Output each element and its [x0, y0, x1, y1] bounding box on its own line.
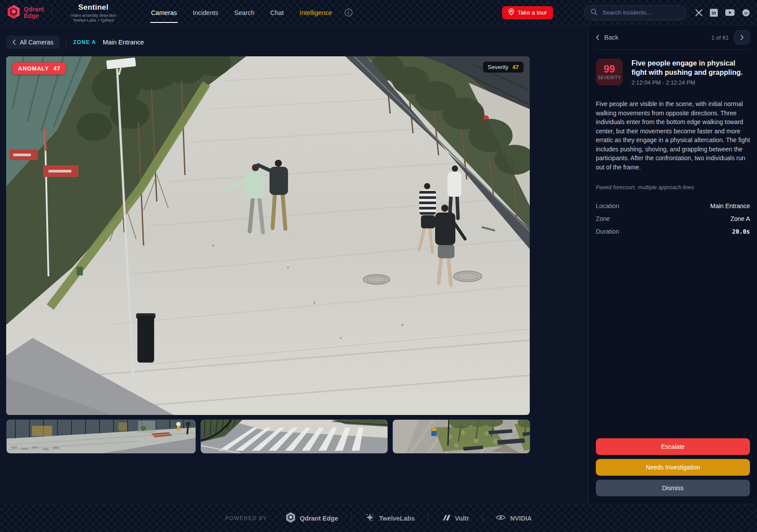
thumbnail-plaza-camera[interactable] [392, 419, 530, 454]
page-title: Sentinel [60, 3, 126, 12]
info-icon[interactable] [344, 8, 353, 17]
svg-text:in: in [712, 10, 716, 15]
tab-search[interactable]: Search [234, 0, 255, 25]
partner-vultr[interactable]: Vultr [442, 514, 469, 522]
tab-incidents[interactable]: Incidents [193, 0, 218, 25]
header-divider [52, 5, 52, 20]
map-pin-icon [508, 8, 514, 17]
vultr-logo-icon [442, 514, 451, 522]
chevron-left-icon [12, 40, 16, 45]
context-note: Paved forecourt, multiple approach lines [596, 184, 750, 191]
partner-qdrant-edge[interactable]: Qdrant Edge [286, 512, 338, 524]
breadcrumb: All Cameras ZONE A Main Entrance [6, 35, 582, 49]
github-icon[interactable] [742, 9, 750, 17]
incident-metadata: Location Main Entrance Zone Zone A Durat… [596, 199, 750, 238]
escalate-button[interactable]: Escalate [596, 438, 750, 455]
incident-panel: Back 1 of 61 99 SEVERITY Five people eng… [588, 26, 757, 504]
powered-by-label: POWERED BY [225, 515, 267, 521]
camera-name: Main Entrance [103, 39, 144, 46]
search-box [584, 5, 687, 20]
incident-panel-header: Back 1 of 61 [596, 26, 750, 50]
site-footer: POWERED BY Qdrant Edge TwelveLabs Vultr … [0, 504, 757, 532]
nvidia-logo-icon [496, 514, 506, 522]
meta-row-duration: Duration 20.0s [596, 225, 750, 238]
severity-badge: 99 SEVERITY [596, 59, 623, 85]
tab-chat[interactable]: Chat [270, 0, 284, 25]
needs-investigation-button[interactable]: Needs Investigation [596, 459, 750, 476]
tab-intelligence[interactable]: Intelligence [299, 0, 332, 25]
social-links: in [695, 9, 750, 17]
qdrant-logo-icon [7, 5, 20, 21]
top-bar: QdrantEdge Sentinel Video anomaly detect… [0, 0, 757, 26]
search-input[interactable] [602, 9, 680, 16]
chevron-left-icon [596, 35, 599, 40]
partner-twelvelabs[interactable]: TwelveLabs [365, 513, 415, 524]
incident-summary: 99 SEVERITY Five people engage in physic… [596, 59, 750, 86]
main-layout: All Cameras ZONE A Main Entrance [0, 26, 757, 504]
severity-overlay-badge: Severity47 [483, 62, 524, 73]
incident-actions: Escalate Needs Investigation Dismiss [596, 438, 750, 496]
meta-row-location: Location Main Entrance [596, 199, 750, 212]
next-incident-button[interactable] [734, 30, 750, 44]
incident-position: 1 of 61 [711, 34, 729, 41]
footer-divider [351, 514, 352, 523]
twelvelabs-logo-icon [365, 513, 375, 524]
dismiss-button[interactable]: Dismiss [596, 480, 750, 496]
partner-nvidia[interactable]: NVIDIA [496, 514, 532, 522]
linkedin-icon[interactable]: in [710, 9, 718, 17]
zone-badge: ZONE A [73, 39, 96, 45]
take-a-tour-button[interactable]: Take a tour [502, 6, 553, 19]
camera-view-area: All Cameras ZONE A Main Entrance [0, 26, 588, 504]
logo-text: QdrantEdge [24, 6, 44, 19]
qdrant-edge-logo[interactable]: QdrantEdge [7, 5, 44, 21]
app-subtitle: Video anomaly detectionTwelve Labs + Qdr… [60, 13, 126, 22]
search-icon [591, 8, 598, 17]
incident-description: Five people are visible in the scene, wi… [596, 99, 750, 172]
incident-time-range: 2:12:04 PM - 2:12:24 PM [631, 79, 750, 86]
live-video-player[interactable]: ANOMALY47 Severity47 [6, 56, 530, 415]
meta-row-zone: Zone Zone A [596, 212, 750, 225]
thumbnail-entrance-camera[interactable] [6, 419, 196, 454]
youtube-icon[interactable] [725, 9, 735, 16]
chevron-right-icon [740, 35, 744, 40]
all-cameras-back-button[interactable]: All Cameras [6, 36, 59, 49]
tab-cameras[interactable]: Cameras [151, 0, 177, 25]
breadcrumb-separator [66, 38, 66, 46]
x-twitter-icon[interactable] [695, 9, 702, 16]
qdrant-gray-logo-icon [286, 512, 295, 524]
cctv-frame-image [6, 56, 530, 415]
thumbnail-crosswalk-camera[interactable] [200, 419, 388, 454]
incident-title: Five people engage in physical fight wit… [631, 59, 750, 77]
main-nav: Cameras Incidents Search Chat Intelligen… [151, 0, 353, 25]
anomaly-badge: ANOMALY47 [12, 62, 66, 74]
app-title-block: Sentinel Video anomaly detectionTwelve L… [60, 3, 126, 22]
camera-thumbnails [6, 419, 582, 454]
back-button[interactable]: Back [596, 34, 618, 41]
footer-divider [482, 514, 483, 523]
footer-divider [428, 514, 428, 523]
